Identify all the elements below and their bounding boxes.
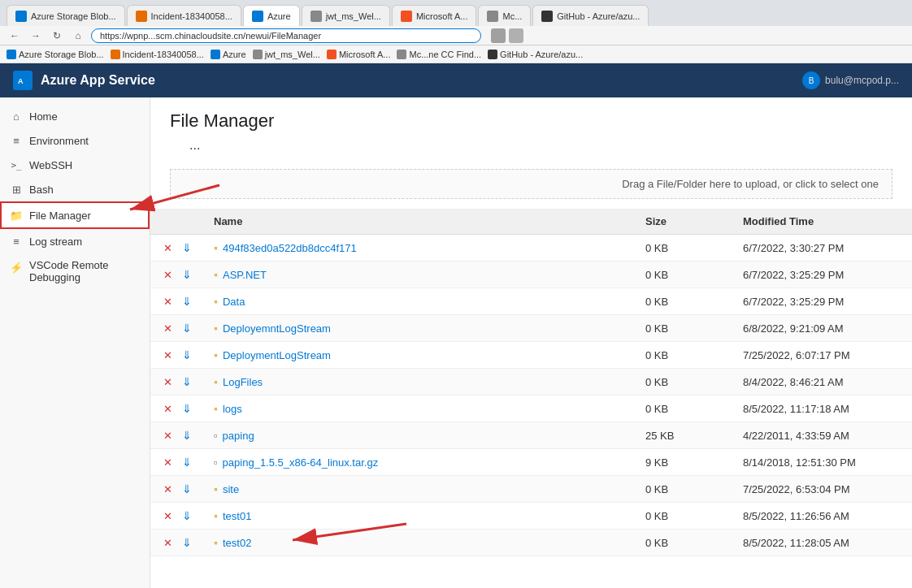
file-link[interactable]: ▪DeployemntLogStream — [214, 322, 626, 335]
cell-name: ▪494f83ed0a522db8dcc4f171 — [204, 235, 636, 262]
file-link[interactable]: ▪494f83ed0a522db8dcc4f171 — [214, 241, 626, 254]
cell-name: ▪ASP.NET — [204, 262, 636, 288]
delete-button[interactable]: ✕ — [160, 428, 175, 443]
cell-name: ▫paping_1.5.5_x86-64_linux.tar.gz — [204, 449, 636, 476]
content-area: File Manager ... Drag a File/Folder here… — [150, 97, 912, 588]
cell-actions: ✕⇓ — [150, 288, 204, 314]
file-link[interactable]: ▫paping_1.5.5_x86-64_linux.tar.gz — [214, 456, 626, 469]
file-link[interactable]: ▪test01 — [214, 509, 626, 522]
download-button[interactable]: ⇓ — [180, 374, 194, 389]
download-button[interactable]: ⇓ — [180, 535, 194, 550]
delete-button[interactable]: ✕ — [160, 321, 175, 335]
bookmark-incident[interactable]: Incident-18340058... — [111, 50, 204, 59]
refresh-button[interactable]: ↻ — [49, 28, 65, 44]
content-header: File Manager ... — [150, 97, 912, 162]
cell-name: ▪test01 — [204, 503, 636, 530]
ext-btn-2[interactable] — [509, 28, 523, 43]
app-header: A Azure App Service B bulu@mcpod.p... — [0, 63, 912, 97]
browser-tab-incident[interactable]: Incident-18340058... — [127, 5, 241, 26]
file-link[interactable]: ▪site — [214, 482, 626, 495]
cell-actions: ✕⇓ — [150, 530, 204, 556]
delete-button[interactable]: ✕ — [160, 508, 175, 523]
file-link[interactable]: ▪ASP.NET — [214, 268, 626, 281]
table-row: ✕⇓▪site0 KB7/25/2022, 6:53:04 PM — [150, 476, 912, 503]
col-actions-header — [150, 209, 204, 235]
folder-icon: ▪ — [214, 536, 218, 549]
cell-size: 0 KB — [636, 530, 733, 556]
sidebar-item-webssh[interactable]: >_ WebSSH — [0, 153, 150, 177]
file-link[interactable]: ▪Data — [214, 295, 626, 308]
sidebar-item-vscode[interactable]: ⚡ VSCode Remote Debugging — [0, 253, 150, 289]
delete-button[interactable]: ✕ — [160, 348, 175, 362]
col-name-header: Name — [204, 209, 636, 235]
cell-actions: ✕⇓ — [150, 342, 204, 368]
svg-text:A: A — [18, 77, 24, 85]
browser-tab-mc[interactable]: Mc... — [478, 5, 531, 26]
bookmark-mc[interactable]: Mc...ne CC Find... — [397, 50, 481, 59]
back-button[interactable]: ← — [7, 28, 23, 44]
browser-tab-github[interactable]: GitHub - Azure/azu... — [532, 5, 649, 26]
delete-button[interactable]: ✕ — [160, 294, 175, 309]
file-link[interactable]: ▪LogFiles — [214, 375, 626, 388]
delete-button[interactable]: ✕ — [160, 455, 175, 469]
table-row: ✕⇓▪Data0 KB6/7/2022, 3:25:29 PM — [150, 288, 912, 315]
cell-modified: 7/25/2022, 6:53:04 PM — [733, 476, 912, 503]
delete-button[interactable]: ✕ — [160, 535, 175, 550]
cell-size: 0 KB — [636, 342, 733, 369]
cell-modified: 8/5/2022, 11:28:05 AM — [733, 530, 912, 556]
cell-modified: 4/22/2011, 4:33:59 AM — [733, 422, 912, 449]
upload-area[interactable]: Drag a File/Folder here to upload, or cl… — [170, 169, 892, 199]
file-link[interactable]: ▪logs — [214, 402, 626, 415]
bookmark-github[interactable]: GitHub - Azure/azu... — [488, 50, 583, 59]
bookmark-ms[interactable]: Microsoft A... — [327, 50, 391, 59]
browser-tab-jwt[interactable]: jwt_ms_Wel... — [302, 5, 390, 26]
download-button[interactable]: ⇓ — [180, 455, 194, 469]
bookmark-favicon — [111, 50, 120, 59]
ellipsis-menu[interactable]: ... — [170, 135, 892, 156]
download-button[interactable]: ⇓ — [180, 401, 194, 416]
download-button[interactable]: ⇓ — [180, 321, 194, 335]
download-button[interactable]: ⇓ — [180, 482, 194, 496]
tab-favicon — [311, 11, 322, 22]
tab-favicon — [541, 11, 553, 22]
cell-name: ▪DeployemntLogStream — [204, 315, 636, 342]
file-icon: ▫ — [214, 456, 218, 469]
cell-modified: 6/8/2022, 9:21:09 AM — [733, 315, 912, 342]
sidebar-item-home[interactable]: ⌂ Home — [0, 104, 150, 128]
file-link[interactable]: ▪test02 — [214, 536, 626, 549]
delete-button[interactable]: ✕ — [160, 267, 175, 282]
address-bar[interactable]: https://wpnp...scm.chinacloudsite.cn/new… — [91, 28, 481, 43]
sidebar-item-environment[interactable]: ≡ Environment — [0, 128, 150, 153]
ext-btn-1[interactable] — [491, 28, 506, 43]
delete-button[interactable]: ✕ — [160, 240, 175, 255]
browser-tab-active[interactable]: Azure — [243, 5, 300, 26]
home-button[interactable]: ⌂ — [70, 28, 86, 44]
download-button[interactable]: ⇓ — [180, 428, 194, 443]
delete-button[interactable]: ✕ — [160, 374, 175, 389]
download-button[interactable]: ⇓ — [180, 267, 194, 282]
sidebar-item-file-manager[interactable]: 📁 File Manager — [0, 201, 150, 229]
user-area: B bulu@mcpod.p... — [802, 71, 899, 89]
browser-tab-ms[interactable]: Microsoft A... — [392, 5, 477, 26]
cell-modified: 8/14/2018, 12:51:30 PM — [733, 449, 912, 476]
cell-size: 0 KB — [636, 503, 733, 530]
browser-tab-storage[interactable]: Azure Storage Blob... — [7, 5, 125, 26]
download-button[interactable]: ⇓ — [180, 348, 194, 362]
download-button[interactable]: ⇓ — [180, 294, 194, 309]
download-button[interactable]: ⇓ — [180, 240, 194, 255]
user-name: bulu@mcpod.p... — [825, 75, 899, 86]
delete-button[interactable]: ✕ — [160, 482, 175, 496]
delete-button[interactable]: ✕ — [160, 401, 175, 416]
file-link[interactable]: ▫paping — [214, 430, 626, 442]
bookmark-jwt[interactable]: jwt_ms_Wel... — [253, 50, 320, 59]
file-link[interactable]: ▪DeploymentLogStream — [214, 348, 626, 361]
bookmark-storage[interactable]: Azure Storage Blob... — [7, 50, 104, 59]
sidebar-item-bash[interactable]: ⊞ Bash — [0, 177, 150, 201]
sidebar-item-log-stream[interactable]: ≡ Log stream — [0, 229, 150, 253]
cell-modified: 6/7/2022, 3:30:27 PM — [733, 235, 912, 262]
download-button[interactable]: ⇓ — [180, 508, 194, 523]
forward-button[interactable]: → — [28, 28, 44, 44]
folder-icon: ▪ — [214, 268, 218, 281]
bookmark-azure[interactable]: Azure — [211, 50, 246, 59]
table-row: ✕⇓▪test010 KB8/5/2022, 11:26:56 AM — [150, 503, 912, 530]
